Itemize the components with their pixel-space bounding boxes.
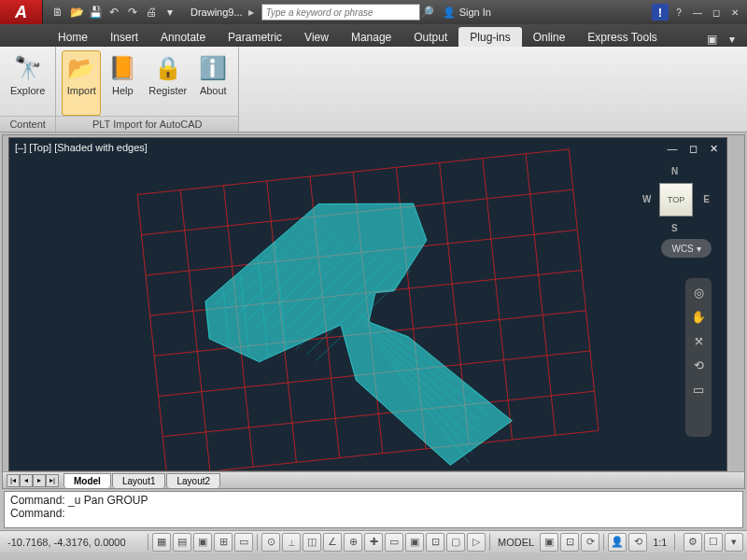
maximize-button[interactable]: ◻ <box>708 5 725 20</box>
nav-showmotion-icon[interactable]: ▭ <box>690 383 707 399</box>
viewport-close-icon[interactable]: ✕ <box>706 142 721 155</box>
qat-save-icon[interactable]: 💾 <box>88 5 103 20</box>
svg-line-1 <box>180 190 210 471</box>
viewport-label[interactable]: [–] [Top] [Shaded with edges] <box>15 142 148 153</box>
status-drafting-toggle-0[interactable]: ⊙ <box>261 533 280 552</box>
status-drafting-toggle-6[interactable]: ▭ <box>385 533 403 552</box>
sign-in-button[interactable]: 👤 Sign In <box>435 7 499 19</box>
nav-zoom-icon[interactable]: ⤧ <box>690 334 707 351</box>
import-icon: 📂 <box>66 53 96 83</box>
status-drafting-toggle-1[interactable]: ⟂ <box>282 533 301 552</box>
ribbon-group-title: Content <box>0 116 55 132</box>
qat-redo-icon[interactable]: ↷ <box>125 5 140 20</box>
tab-next-button[interactable]: ▸ <box>33 474 46 487</box>
command-history-line: Command: _u Pan GROUP <box>10 494 737 507</box>
status-model-space[interactable]: MODEL <box>494 537 538 548</box>
tab-home[interactable]: Home <box>47 27 99 47</box>
qat-undo-icon[interactable]: ↶ <box>106 5 121 20</box>
tab-express-tools[interactable]: Express Tools <box>576 27 668 47</box>
status-tray-0[interactable]: ⚙ <box>684 533 702 552</box>
close-button[interactable]: ✕ <box>726 5 743 20</box>
viewport[interactable]: [–] [Top] [Shaded with edges] — ◻ ✕ <box>8 137 727 471</box>
ribbon-expand-icon[interactable]: ▾ <box>725 32 740 47</box>
status-grid-toggle-1[interactable]: ▤ <box>173 533 191 552</box>
layout-tab-layout1[interactable]: Layout1 <box>112 473 166 488</box>
layout-tab-layout2[interactable]: Layout2 <box>166 473 220 488</box>
ribbon-explore-button[interactable]: 🔭Explore <box>6 50 49 116</box>
register-icon: 🔒 <box>153 53 183 83</box>
title-dropdown-icon[interactable]: ▶ <box>248 8 258 17</box>
tab-annotate[interactable]: Annotate <box>149 27 217 47</box>
status-grid-toggle-2[interactable]: ▣ <box>193 533 212 552</box>
svg-line-9 <box>526 154 556 435</box>
status-grid-toggle-3[interactable]: ⊞ <box>214 533 233 552</box>
tab-insert[interactable]: Insert <box>99 27 149 47</box>
ribbon-group-title: PLT Import for AutoCAD <box>56 116 238 132</box>
status-view-toggle-1[interactable]: ⊡ <box>560 533 579 552</box>
command-prompt[interactable]: Command: <box>10 507 737 520</box>
status-drafting-toggle-7[interactable]: ▣ <box>405 533 424 552</box>
document-title: Drawing9... <box>185 7 248 18</box>
nav-wheel-icon[interactable]: ◎ <box>690 286 707 302</box>
status-drafting-toggle-5[interactable]: ✚ <box>364 533 383 552</box>
nav-pan-icon[interactable]: ✋ <box>690 310 707 327</box>
app-logo[interactable]: A <box>0 0 43 24</box>
tab-view[interactable]: View <box>293 27 340 47</box>
status-drafting-toggle-8[interactable]: ⊡ <box>426 533 444 552</box>
status-tray-1[interactable]: ☐ <box>704 533 723 552</box>
status-anno-toggle-1[interactable]: ⟲ <box>628 533 647 552</box>
compass-w[interactable]: W <box>642 194 651 204</box>
status-grid-toggle-4[interactable]: ▭ <box>234 533 253 552</box>
tab-plug-ins[interactable]: Plug-ins <box>458 27 521 47</box>
qat-print-icon[interactable]: 🖨 <box>144 5 159 20</box>
status-view-toggle-2[interactable]: ⟳ <box>581 533 599 552</box>
search-input[interactable] <box>261 4 420 21</box>
status-tray-2[interactable]: ▾ <box>725 533 743 552</box>
tab-output[interactable]: Output <box>402 27 458 47</box>
tab-manage[interactable]: Manage <box>340 27 402 47</box>
model-canvas[interactable] <box>9 138 726 471</box>
status-coordinates[interactable]: -10.7168, -4.3176, 0.0000 <box>4 537 144 548</box>
ribbon-import-button[interactable]: 📂Import <box>62 50 101 116</box>
help-icon[interactable]: ? <box>670 5 687 20</box>
status-scale[interactable]: 1:1 <box>649 537 670 548</box>
status-drafting-toggle-2[interactable]: ◫ <box>303 533 321 552</box>
navigation-bar: ◎ ✋ ⤧ ⟲ ▭ <box>685 278 712 437</box>
viewport-minimize-icon[interactable]: — <box>665 142 680 155</box>
status-drafting-toggle-9[interactable]: ▢ <box>446 533 465 552</box>
tab-online[interactable]: Online <box>522 27 577 47</box>
viewport-restore-icon[interactable]: ◻ <box>685 142 700 155</box>
wcs-dropdown[interactable]: WCS ▾ <box>661 239 712 258</box>
help-icon: 📙 <box>107 53 137 83</box>
tab-last-button[interactable]: ▸| <box>46 474 59 487</box>
compass-e[interactable]: E <box>703 194 710 204</box>
status-drafting-toggle-3[interactable]: ∠ <box>323 533 342 552</box>
status-drafting-toggle-10[interactable]: ▷ <box>467 533 486 552</box>
layout-tab-model[interactable]: Model <box>63 473 111 488</box>
command-line[interactable]: Command: _u Pan GROUP Command: <box>4 491 743 528</box>
viewcube[interactable]: N E S W TOP <box>642 166 710 233</box>
ribbon-help-button[interactable]: 📙Help <box>103 50 142 116</box>
qat-new-icon[interactable]: 🗎 <box>50 5 65 20</box>
infocenter-icon[interactable]: ! <box>652 4 669 21</box>
tab-parametric[interactable]: Parametric <box>217 27 293 47</box>
ribbon-about-button[interactable]: ℹ️About <box>193 50 233 116</box>
about-icon: ℹ️ <box>198 53 228 83</box>
tab-first-button[interactable]: |◂ <box>7 474 20 487</box>
ribbon-register-button[interactable]: 🔒Register <box>144 50 191 116</box>
status-drafting-toggle-4[interactable]: ⊕ <box>344 533 362 552</box>
status-grid-toggle-0[interactable]: ▦ <box>152 533 171 552</box>
qat-open-icon[interactable]: 📂 <box>69 5 84 20</box>
compass-s[interactable]: S <box>671 223 678 233</box>
qat-more-icon[interactable]: ▾ <box>162 5 177 20</box>
nav-orbit-icon[interactable]: ⟲ <box>690 358 707 375</box>
compass-n[interactable]: N <box>671 166 678 176</box>
ribbon-panel-icon[interactable]: ▣ <box>704 32 719 47</box>
status-view-toggle-0[interactable]: ▣ <box>540 533 558 552</box>
minimize-button[interactable]: — <box>689 5 706 20</box>
status-anno-toggle-0[interactable]: 👤 <box>608 533 627 552</box>
tab-prev-button[interactable]: ◂ <box>20 474 33 487</box>
search-go-icon[interactable]: 🔎 <box>420 5 435 20</box>
layout-tab-strip: |◂ ◂ ▸ ▸| ModelLayout1Layout2 <box>3 471 744 488</box>
viewcube-top-face[interactable]: TOP <box>659 183 693 217</box>
